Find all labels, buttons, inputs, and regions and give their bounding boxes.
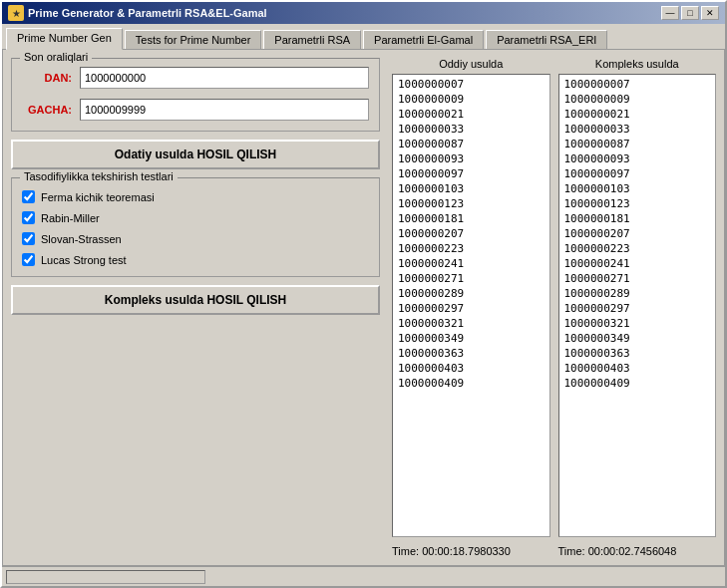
tab-parametrli-rsa-eri[interactable]: Parametrli RSA_ERI <box>486 30 607 49</box>
main-window: ★ Prime Generator & Parametrli RSA&EL-Ga… <box>0 0 727 588</box>
checkbox-group: Ferma kichik teoremasi Rabin-Miller Slov… <box>22 186 369 266</box>
oddiy-listbox[interactable]: 1000000007100000000910000000211000000033… <box>392 74 550 537</box>
list-item: 1000000123 <box>395 196 547 211</box>
list-item: 1000000349 <box>395 331 547 346</box>
columns-area: Oddiy usulda 100000000710000000091000000… <box>392 58 716 537</box>
list-item: 1000000007 <box>395 77 547 92</box>
list-item: 1000000409 <box>395 376 547 391</box>
titlebar-controls: — □ ✕ <box>661 6 719 20</box>
list-item: 1000000271 <box>395 271 547 286</box>
maximize-button[interactable]: □ <box>681 6 699 20</box>
dan-row: DAN: <box>22 67 369 89</box>
tab-content: Son oraliqlari DAN: GACHA: Odatiy usulda… <box>2 49 725 566</box>
list-item: 1000000223 <box>395 241 547 256</box>
status-bar <box>2 566 725 586</box>
status-panel <box>6 570 205 584</box>
kompleks-button[interactable]: Kompleks usulda HOSIL QILISH <box>11 285 380 315</box>
list-item: 1000000289 <box>561 286 714 301</box>
gacha-input[interactable] <box>80 99 369 121</box>
tasodifiy-group: Tasodifiylikka tekshirish testlari Ferma… <box>11 177 380 277</box>
list-item: 1000000007 <box>561 77 714 92</box>
list-item: 1000000103 <box>561 181 714 196</box>
list-item: 1000000223 <box>561 241 714 256</box>
right-panel: Oddiy usulda 100000000710000000091000000… <box>392 58 716 557</box>
list-item: 1000000297 <box>395 301 547 316</box>
list-item: 1000000403 <box>561 361 714 376</box>
checkbox-row-rabin: Rabin-Miller <box>22 211 369 224</box>
checkbox-lucas-label: Lucas Strong test <box>41 254 127 266</box>
son-oraliq-label: Son oraliqlari <box>20 51 92 63</box>
list-item: 1000000181 <box>395 211 547 226</box>
checkbox-slovan-label: Slovan-Strassen <box>41 233 122 245</box>
oddiy-column: Oddiy usulda 100000000710000000091000000… <box>392 58 550 537</box>
dan-input[interactable] <box>80 67 369 89</box>
tab-bar: Prime Number Gen Tests for Prime Number … <box>2 24 725 49</box>
list-item: 1000000021 <box>395 107 547 122</box>
oddiy-header: Oddiy usulda <box>392 58 550 70</box>
tasodifiy-label: Tasodifiylikka tekshirish testlari <box>20 170 178 182</box>
list-item: 1000000097 <box>395 166 547 181</box>
list-item: 1000000363 <box>561 346 714 361</box>
checkbox-rabin[interactable] <box>22 211 35 224</box>
close-button[interactable]: ✕ <box>701 6 719 20</box>
list-item: 1000000207 <box>395 226 547 241</box>
list-item: 1000000349 <box>561 331 714 346</box>
checkbox-row-slovan: Slovan-Strassen <box>22 232 369 245</box>
odatiy-button[interactable]: Odatiy usulda HOSIL QILISH <box>11 140 380 169</box>
list-item: 1000000181 <box>561 211 714 226</box>
window-title: Prime Generator & Parametrli RSA&EL-Gama… <box>28 7 267 19</box>
list-item: 1000000021 <box>561 107 714 122</box>
list-item: 1000000033 <box>561 122 714 137</box>
kompleks-column: Kompleks usulda 100000000710000000091000… <box>558 58 717 537</box>
left-panel: Son oraliqlari DAN: GACHA: Odatiy usulda… <box>11 58 380 557</box>
gacha-row: GACHA: <box>22 99 369 121</box>
tab-prime-number-gen[interactable]: Prime Number Gen <box>6 28 123 50</box>
list-item: 1000000241 <box>561 256 714 271</box>
list-item: 1000000097 <box>561 166 714 181</box>
list-item: 1000000271 <box>561 271 714 286</box>
time-kompleks: Time: 00:00:02.7456048 <box>558 545 717 557</box>
list-item: 1000000363 <box>395 346 547 361</box>
checkbox-ferma-label: Ferma kichik teoremasi <box>41 191 155 203</box>
tab-parametrli-rsa[interactable]: Parametrli RSA <box>263 30 361 49</box>
titlebar: ★ Prime Generator & Parametrli RSA&EL-Ga… <box>2 2 725 24</box>
app-icon: ★ <box>8 5 24 21</box>
list-item: 1000000207 <box>561 226 714 241</box>
list-item: 1000000321 <box>561 316 714 331</box>
checkbox-row-ferma: Ferma kichik teoremasi <box>22 190 369 203</box>
list-item: 1000000033 <box>395 122 547 137</box>
tab-tests-for-prime-number[interactable]: Tests for Prime Number <box>125 30 262 49</box>
checkbox-ferma[interactable] <box>22 190 35 203</box>
dan-label: DAN: <box>22 72 72 84</box>
list-item: 1000000321 <box>395 316 547 331</box>
list-item: 1000000009 <box>561 92 714 107</box>
titlebar-left: ★ Prime Generator & Parametrli RSA&EL-Ga… <box>8 5 267 21</box>
kompleks-list: 1000000007100000000910000000211000000033… <box>561 77 714 391</box>
tab-parametrli-el-gamal[interactable]: Parametrli El-Gamal <box>363 30 484 49</box>
list-item: 1000000297 <box>561 301 714 316</box>
checkbox-rabin-label: Rabin-Miller <box>41 212 100 224</box>
oddiy-list: 1000000007100000000910000000211000000033… <box>395 77 547 391</box>
time-oddiy: Time: 00:00:18.7980330 <box>392 545 550 557</box>
list-item: 1000000087 <box>561 137 714 151</box>
list-item: 1000000093 <box>561 151 714 166</box>
list-item: 1000000241 <box>395 256 547 271</box>
list-item: 1000000409 <box>561 376 714 391</box>
gacha-label: GACHA: <box>22 104 72 116</box>
list-item: 1000000103 <box>395 181 547 196</box>
kompleks-header: Kompleks usulda <box>558 58 717 70</box>
list-item: 1000000093 <box>395 151 547 166</box>
checkbox-row-lucas: Lucas Strong test <box>22 253 369 266</box>
time-row: Time: 00:00:18.7980330 Time: 00:00:02.74… <box>392 545 716 557</box>
list-item: 1000000087 <box>395 137 547 151</box>
kompleks-listbox[interactable]: 1000000007100000000910000000211000000033… <box>558 74 717 537</box>
checkbox-slovan[interactable] <box>22 232 35 245</box>
son-oraliq-group: Son oraliqlari DAN: GACHA: <box>11 58 380 132</box>
list-item: 1000000009 <box>395 92 547 107</box>
list-item: 1000000123 <box>561 196 714 211</box>
minimize-button[interactable]: — <box>661 6 679 20</box>
list-item: 1000000289 <box>395 286 547 301</box>
checkbox-lucas[interactable] <box>22 253 35 266</box>
list-item: 1000000403 <box>395 361 547 376</box>
